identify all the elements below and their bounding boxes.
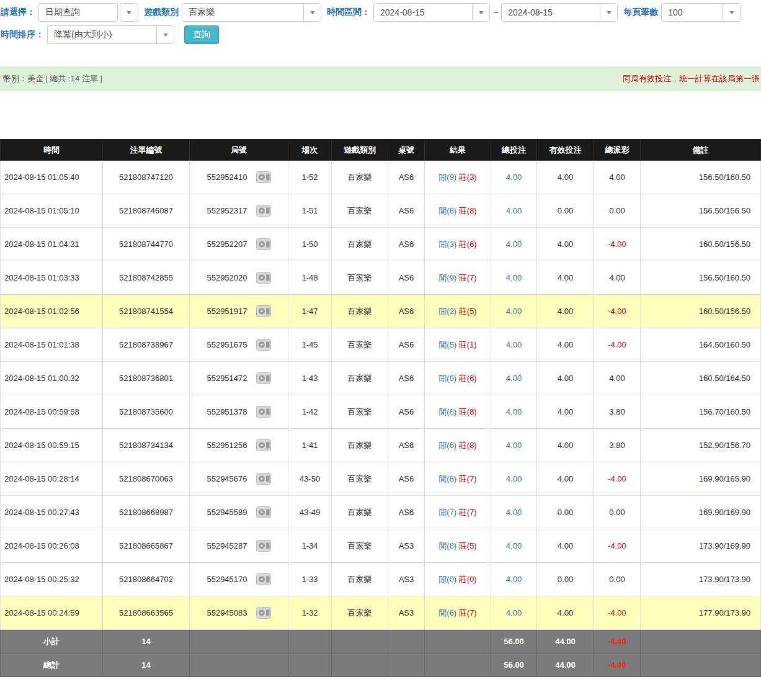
date-to-select[interactable]: 2024-08-15 xyxy=(501,3,618,22)
video-replay-icon[interactable] xyxy=(256,171,271,183)
video-replay-icon[interactable] xyxy=(256,473,271,485)
banker-result: 莊(7) xyxy=(459,608,477,617)
cell-total-bet[interactable]: 4.00 xyxy=(491,462,537,496)
chevron-down-icon[interactable] xyxy=(120,3,138,22)
player-result: 閒(6) xyxy=(438,441,456,450)
cell-bet-id: 521808670063 xyxy=(103,462,190,496)
video-replay-icon xyxy=(256,506,271,518)
query-type-value[interactable]: 日期查詢 xyxy=(38,3,118,22)
table-row[interactable]: 2024-08-15 00:27:43521808668987552945589… xyxy=(1,496,761,529)
cell-time: 2024-08-15 00:24:59 xyxy=(1,596,103,630)
video-replay-icon[interactable] xyxy=(256,439,271,451)
cell-total-bet[interactable]: 4.00 xyxy=(491,362,537,395)
cell-total-bet[interactable]: 4.00 xyxy=(491,261,537,295)
player-result: 閒(5) xyxy=(438,340,456,349)
video-replay-icon[interactable] xyxy=(256,607,271,619)
cell-note: 160.50/156.50 xyxy=(641,228,761,261)
cell-total-bet[interactable]: 4.00 xyxy=(491,295,537,328)
chevron-down-icon[interactable] xyxy=(472,4,489,21)
video-replay-icon[interactable] xyxy=(256,272,271,284)
table-row[interactable]: 2024-08-15 01:01:38521808738967552951675… xyxy=(1,328,761,362)
video-replay-icon[interactable] xyxy=(256,540,271,552)
cell-note: 169.90/169.90 xyxy=(641,496,761,529)
table-row[interactable]: 2024-08-15 01:05:10521808746087552952317… xyxy=(1,194,761,228)
cell-total-bet[interactable]: 4.00 xyxy=(491,429,537,462)
cell-total-bet[interactable]: 4.00 xyxy=(491,328,537,362)
video-replay-icon[interactable] xyxy=(256,372,271,384)
video-replay-icon[interactable] xyxy=(256,406,271,418)
cell-total-bet[interactable]: 4.00 xyxy=(491,596,537,630)
table-row[interactable]: 2024-08-15 01:00:32521808736801552951472… xyxy=(1,362,761,395)
summary-label: 小計 xyxy=(1,630,103,653)
query-type-select[interactable]: 日期查詢 xyxy=(38,3,138,22)
video-replay-icon[interactable] xyxy=(256,238,271,250)
table-row[interactable]: 2024-08-15 01:04:31521808744770552952207… xyxy=(1,228,761,261)
date-from-select[interactable]: 2024-08-15 xyxy=(373,3,490,22)
chevron-down-icon[interactable] xyxy=(600,4,617,21)
cell-session: 1-52 xyxy=(288,161,332,194)
table-row[interactable]: 2024-08-15 00:25:32521808664702552945170… xyxy=(1,563,761,596)
cell-table-no: AS3 xyxy=(388,529,425,563)
cell-total-bet[interactable]: 4.00 xyxy=(491,228,537,261)
date-to-value[interactable]: 2024-08-15 xyxy=(502,4,600,21)
round-id-text: 552951675 xyxy=(207,340,247,349)
game-type-select[interactable]: 百家樂 xyxy=(182,3,321,22)
cell-payout: 0.00 xyxy=(594,194,641,228)
cell-table-no: AS6 xyxy=(388,362,425,395)
cell-round-id: 552952410 xyxy=(190,161,288,194)
video-replay-icon[interactable] xyxy=(256,305,271,317)
cell-total-bet[interactable]: 4.00 xyxy=(491,194,537,228)
round-id-text: 552952020 xyxy=(207,273,247,282)
chevron-down-icon[interactable] xyxy=(303,4,321,21)
chevron-down-icon[interactable] xyxy=(156,26,174,43)
video-replay-icon[interactable] xyxy=(256,205,271,217)
cell-payout: 4.00 xyxy=(594,261,641,295)
cell-session: 1-47 xyxy=(288,295,332,328)
banker-result: 莊(0) xyxy=(459,575,477,584)
cell-total-bet[interactable]: 4.00 xyxy=(491,529,537,563)
cell-valid-bet: 4.00 xyxy=(537,429,594,462)
page-size-select[interactable]: 100 xyxy=(661,3,741,22)
valid-bet-notice-text: 同局有效投注，統一計算在該局第一張 xyxy=(623,73,760,84)
game-type-value[interactable]: 百家樂 xyxy=(182,4,303,21)
query-button[interactable]: 查詢 xyxy=(184,25,219,44)
round-id-text: 552952207 xyxy=(207,240,247,249)
column-header: 總派彩 xyxy=(594,140,641,161)
cell-result: 閒(8) 莊(8) xyxy=(425,194,491,228)
player-result: 閒(6) xyxy=(438,407,456,416)
cell-total-bet[interactable]: 4.00 xyxy=(491,395,537,429)
page-size-label: 每頁筆數 xyxy=(623,7,658,18)
video-replay-icon xyxy=(256,573,271,585)
table-row[interactable]: 2024-08-15 00:28:14521808670063552945676… xyxy=(1,462,761,496)
table-row[interactable]: 2024-08-15 01:03:33521808742855552952020… xyxy=(1,261,761,295)
cell-round-id: 552951472 xyxy=(190,362,288,395)
cell-table-no: AS3 xyxy=(388,563,425,596)
sort-select[interactable]: 降冪(由大到小) xyxy=(47,25,174,44)
table-row[interactable]: 2024-08-15 01:05:40521808747120552952410… xyxy=(1,161,761,194)
sort-value[interactable]: 降冪(由大到小) xyxy=(48,26,156,43)
table-row[interactable]: 2024-08-15 00:26:08521808665867552945287… xyxy=(1,529,761,563)
cell-note: 177.90/173.90 xyxy=(641,596,761,630)
video-replay-icon[interactable] xyxy=(256,506,271,518)
table-row[interactable]: 2024-08-15 01:02:56521808741554552951917… xyxy=(1,295,761,328)
table-row[interactable]: 2024-08-15 00:59:15521808734134552951256… xyxy=(1,429,761,462)
time-range-label: 時間區間： xyxy=(327,7,370,18)
cell-total-bet[interactable]: 4.00 xyxy=(491,563,537,596)
video-replay-icon[interactable] xyxy=(256,573,271,585)
video-replay-icon[interactable] xyxy=(256,339,271,351)
cell-payout: 4.00 xyxy=(594,362,641,395)
cell-total-bet[interactable]: 4.00 xyxy=(491,161,537,194)
table-row[interactable]: 2024-08-15 00:59:58521808735600552951378… xyxy=(1,395,761,429)
date-from-value[interactable]: 2024-08-15 xyxy=(374,4,472,21)
chevron-down-icon[interactable] xyxy=(723,4,740,21)
cell-payout: 0.00 xyxy=(594,563,641,596)
column-header: 時間 xyxy=(1,140,103,161)
round-id-text: 552945676 xyxy=(207,474,247,483)
table-row[interactable]: 2024-08-15 00:24:59521808663565552945083… xyxy=(1,596,761,630)
cell-table-no: AS6 xyxy=(388,395,425,429)
video-replay-icon xyxy=(256,171,271,183)
cell-bet-id: 521808738967 xyxy=(103,328,190,362)
summary-total-bet: 56.00 xyxy=(491,653,537,677)
cell-total-bet[interactable]: 4.00 xyxy=(491,496,537,529)
page-size-value[interactable]: 100 xyxy=(662,4,723,21)
